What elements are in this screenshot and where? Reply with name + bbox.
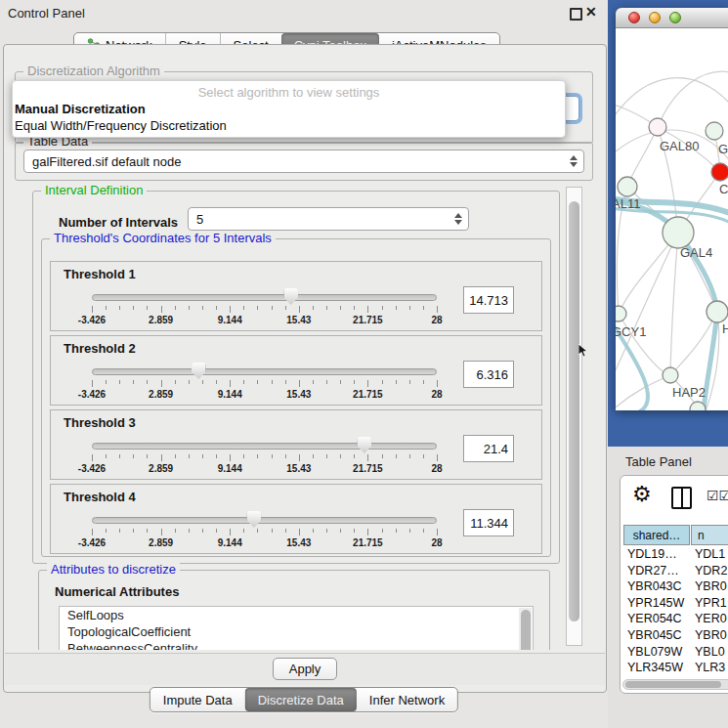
popup-option-equal-width-frequency[interactable]: Equal Width/Frequency Discretization <box>15 118 227 133</box>
close-icon[interactable]: ✕ <box>585 4 597 20</box>
slider-tick <box>175 380 176 384</box>
slider-tick <box>189 454 190 458</box>
network-edge[interactable] <box>670 233 678 375</box>
slider-tick <box>119 529 120 533</box>
slider-tick-label: 15.43 <box>286 389 311 400</box>
network-node[interactable] <box>706 122 723 140</box>
cell-shared-name: YBR043C <box>627 579 682 593</box>
split-columns-icon[interactable] <box>671 487 692 509</box>
slider-tick <box>202 454 203 458</box>
threshold-slider-3[interactable]: -3.4262.8599.14415.4321.71528 <box>92 410 437 481</box>
threshold-value-field[interactable]: 6.316 <box>463 361 514 388</box>
table-row[interactable]: YDR27…YDR2 <box>621 563 728 579</box>
threshold-slider-1[interactable]: -3.4262.8599.14415.4321.71528 <box>92 262 437 332</box>
slider-track[interactable] <box>92 443 437 450</box>
checkbox-icons[interactable]: ☑☑ <box>707 488 728 503</box>
control-panel-titlebar: Control Panel ✕ <box>0 0 608 25</box>
slider-thumb[interactable] <box>357 437 371 453</box>
zoom-traffic-light-icon[interactable] <box>669 12 681 23</box>
cyni-toolbox-panel: Discretization Algorithm Table Data galF… <box>3 44 607 693</box>
slider-tick <box>367 529 368 535</box>
slider-tick <box>354 529 355 533</box>
slider-tick <box>382 529 383 533</box>
slider-tick <box>243 380 244 384</box>
attribute-list-item[interactable]: BetweennessCentrality <box>60 640 533 650</box>
slider-thumb[interactable] <box>283 288 298 305</box>
threshold-slider-2[interactable]: -3.4262.8599.14415.4321.71528 <box>92 336 437 407</box>
float-window-icon[interactable] <box>570 8 582 21</box>
network-node-label: GAL4 <box>680 245 712 260</box>
tab-discretize-data[interactable]: Discretize Data <box>245 688 357 711</box>
number-of-intervals-value: 5 <box>196 212 203 227</box>
column-header-name[interactable]: n <box>691 525 728 545</box>
cell-shared-name: YBL079W <box>627 645 682 659</box>
attribute-list-item[interactable]: SelfLoops <box>60 607 533 623</box>
network-node[interactable] <box>616 306 626 321</box>
slider-tick <box>272 454 273 458</box>
slider-track[interactable] <box>92 368 437 375</box>
slider-tick <box>423 454 424 458</box>
table-row[interactable]: YBR045CYBR0 <box>621 627 728 644</box>
slider-tick <box>106 380 107 384</box>
slider-tick <box>216 454 217 458</box>
table-data-combobox[interactable]: galFiltered.sif default node <box>23 150 584 173</box>
network-node[interactable] <box>711 163 728 181</box>
list-scrollbar[interactable] <box>519 608 532 650</box>
attribute-list-item[interactable]: TopologicalCoefficient <box>60 623 533 640</box>
slider-tick <box>161 454 162 461</box>
slider-tick <box>161 306 162 313</box>
tab-impute-data[interactable]: Impute Data <box>150 688 245 711</box>
table-row[interactable]: YBR043CYBR0 <box>621 578 728 595</box>
slider-tick <box>230 306 231 313</box>
group-label: Threshold's Coordinates for 5 Intervals <box>50 232 276 245</box>
slider-track[interactable] <box>92 517 437 524</box>
network-node[interactable] <box>663 217 694 248</box>
desktop-background: GAL80GCGAL11GAL4GCY1HHAP2 <box>608 0 728 447</box>
network-node[interactable] <box>649 118 666 136</box>
network-edge[interactable] <box>616 233 678 380</box>
gear-icon[interactable]: ⚙ <box>632 484 652 505</box>
network-node[interactable] <box>663 367 678 383</box>
slider-tick-label: 2.859 <box>149 537 173 548</box>
slider-tick <box>299 529 300 535</box>
table-horizontal-scrollbar[interactable] <box>622 679 728 690</box>
slider-tick <box>354 380 355 384</box>
panel-scrollbar[interactable] <box>566 187 582 646</box>
network-window-titlebar[interactable] <box>616 8 728 28</box>
table-row[interactable]: YPR145WYPR1 <box>621 595 728 612</box>
group-label: Interval Definition <box>41 185 147 197</box>
network-node[interactable] <box>618 177 637 196</box>
table-row[interactable]: YLR345WYLR3 <box>621 660 728 676</box>
thresholds-coordinates-group: Threshold's Coordinates for 5 Intervals … <box>41 238 551 557</box>
threshold-slider-4[interactable]: -3.4262.8599.14415.4321.71528 <box>92 485 437 555</box>
slider-tick <box>147 529 148 533</box>
popup-option-manual-discretization[interactable]: Manual Discretization <box>15 102 146 116</box>
tab-label: Discretize Data <box>258 693 344 707</box>
slider-thumb[interactable] <box>192 363 206 379</box>
threshold-value-field[interactable]: 11.344 <box>463 509 514 536</box>
table-row[interactable]: YER054CYER0 <box>621 611 728 627</box>
slider-tick <box>175 306 176 310</box>
network-edge[interactable] <box>616 78 728 121</box>
slider-tick <box>257 529 258 533</box>
threshold-value-field[interactable]: 14.713 <box>463 286 514 314</box>
column-header-shared[interactable]: shared… <box>623 525 690 545</box>
threshold-value-field[interactable]: 21.4 <box>463 435 514 462</box>
numerical-attributes-list[interactable]: SelfLoopsTopologicalCoefficientBetweenne… <box>59 606 534 650</box>
table-horizontal-scrollbar-thumb[interactable] <box>625 681 721 688</box>
number-of-intervals-combobox[interactable]: 5 <box>188 207 469 231</box>
table-row[interactable]: YDL19…YDL1 <box>621 546 728 563</box>
minimize-traffic-light-icon[interactable] <box>649 12 661 23</box>
panel-scrollbar-thumb[interactable] <box>569 201 579 621</box>
close-traffic-light-icon[interactable] <box>628 12 640 23</box>
table-panel-title: Table Panel <box>625 454 692 469</box>
slider-thumb[interactable] <box>246 511 261 528</box>
list-scrollbar-thumb[interactable] <box>521 610 531 650</box>
tab-infer-network[interactable]: Infer Network <box>357 688 457 711</box>
network-canvas[interactable]: GAL80GCGAL11GAL4GCY1HHAP2 <box>616 28 728 410</box>
apply-button[interactable]: Apply <box>273 658 337 680</box>
slider-tick-label: 9.144 <box>218 463 242 474</box>
slider-track[interactable] <box>92 294 437 301</box>
table-row[interactable]: YBL079WYBL0 <box>621 644 728 661</box>
network-node[interactable] <box>707 301 728 322</box>
